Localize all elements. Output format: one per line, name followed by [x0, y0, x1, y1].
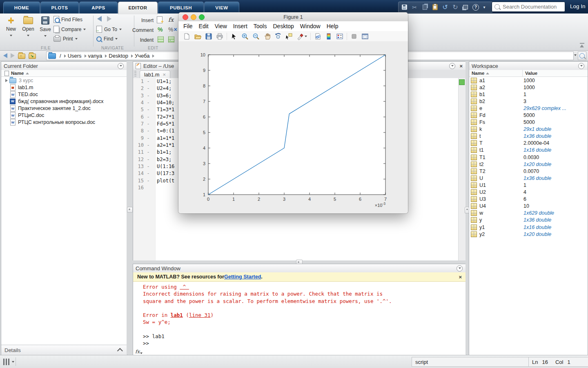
- figure-menu-item[interactable]: File: [183, 23, 193, 29]
- nav-back-button[interactable]: [97, 16, 102, 22]
- paste-icon[interactable]: [432, 4, 438, 11]
- new-button[interactable]: + New: [2, 15, 20, 44]
- code-health-indicator[interactable]: [459, 79, 465, 85]
- path-search-button[interactable]: [578, 52, 586, 60]
- workspace-variable-row[interactable]: b1 1: [469, 91, 588, 98]
- uncomment-button[interactable]: %×: [168, 26, 177, 33]
- workspace-variable-row[interactable]: T1 0.0030: [469, 154, 588, 161]
- quick-toolbar-caret-icon[interactable]: ▾: [483, 4, 486, 11]
- print-figure-icon[interactable]: [216, 32, 224, 40]
- command-window-menu-icon[interactable]: [457, 265, 463, 272]
- workspace-variable-row[interactable]: y2 1x20 double: [469, 231, 588, 238]
- workspace-variable-row[interactable]: y 1x36 double: [469, 217, 588, 224]
- insert-section-button[interactable]: +: [157, 16, 163, 23]
- horizontal-splitter[interactable]: [133, 260, 466, 264]
- workspace-variable-row[interactable]: U 1x36 double: [469, 175, 588, 182]
- file-row[interactable]: lab1.m: [1, 84, 127, 91]
- minimize-traffic-light[interactable]: [191, 14, 196, 20]
- nav-forward-button[interactable]: [107, 16, 111, 22]
- vertical-splitter-left[interactable]: [127, 61, 133, 355]
- copy-icon[interactable]: [421, 4, 428, 11]
- tab-plots[interactable]: PLOTS: [40, 2, 79, 14]
- workspace-variable-row[interactable]: Fd 5000: [469, 112, 588, 119]
- insert-legend-icon[interactable]: [336, 32, 344, 40]
- workspace-variable-row[interactable]: U2 4: [469, 189, 588, 196]
- editor-close-icon[interactable]: ×: [459, 63, 463, 69]
- indent-right-button[interactable]: →: [168, 36, 174, 43]
- file-row[interactable]: Практическое занятие 1_2.doc: [1, 105, 127, 112]
- workspace-variable-row[interactable]: w 1x629 double: [469, 210, 588, 217]
- save-button[interactable]: Save: [37, 15, 54, 44]
- workspace-variable-row[interactable]: a1 1000: [469, 77, 588, 84]
- workspace-variable-row[interactable]: y1 1x16 double: [469, 224, 588, 231]
- tab-apps[interactable]: APPS: [79, 2, 118, 14]
- history-forward-button[interactable]: [11, 53, 15, 58]
- error-line-link[interactable]: line 31: [189, 312, 211, 318]
- command-prompt[interactable]: >>: [143, 340, 462, 347]
- data-cursor-icon[interactable]: [285, 32, 293, 40]
- getting-started-link[interactable]: Getting Started: [224, 274, 261, 280]
- workspace-variable-row[interactable]: t1 1x16 double: [469, 147, 588, 154]
- compare-button[interactable]: Compare: [53, 26, 86, 33]
- rotate-3d-icon[interactable]: [274, 32, 282, 40]
- open-file-icon[interactable]: [194, 32, 202, 40]
- error-file-link[interactable]: lab1: [171, 312, 183, 318]
- file-row[interactable]: TED.doc: [1, 91, 127, 98]
- workspace-variable-row[interactable]: t2 1x20 double: [469, 161, 588, 168]
- search-input[interactable]: [502, 3, 560, 10]
- figure-menu-item[interactable]: Insert: [233, 23, 247, 29]
- help-icon[interactable]: ?: [472, 4, 479, 11]
- splitter-handle[interactable]: [127, 207, 133, 213]
- new-figure-icon[interactable]: [183, 32, 191, 40]
- breadcrumb-segment[interactable]: Desktop: [108, 53, 134, 59]
- find-button[interactable]: Find: [96, 36, 118, 42]
- breadcrumb-segment[interactable]: vanya: [87, 53, 108, 59]
- figure-menu-item[interactable]: Help: [327, 23, 339, 29]
- insert-fx-button[interactable]: fx: [168, 16, 174, 23]
- file-row[interactable]: РТЦиС.doc: [1, 112, 127, 119]
- file-row[interactable]: РТЦС контрольные вопросы.doc: [1, 119, 127, 126]
- dock-figure-icon[interactable]: [361, 32, 369, 40]
- editor-scrollbar[interactable]: [458, 78, 466, 261]
- undo-icon[interactable]: ↺: [442, 4, 448, 11]
- breadcrumb-segment[interactable]: Учеба: [134, 53, 156, 59]
- file-row[interactable]: бжд( справочная информация).docx: [1, 98, 127, 105]
- workspace-variable-row[interactable]: U3 6: [469, 196, 588, 203]
- workspace-column-headers[interactable]: Name Value: [469, 70, 588, 77]
- workspace-variable-row[interactable]: e 29x629 complex ...: [469, 105, 588, 112]
- file-row[interactable]: 3 курс: [1, 77, 127, 84]
- status-grip-icon[interactable]: [3, 359, 11, 365]
- workspace-menu-icon[interactable]: [578, 63, 584, 69]
- pan-hand-icon[interactable]: [263, 32, 271, 40]
- vertical-splitter-right[interactable]: [466, 61, 469, 355]
- workspace-variable-row[interactable]: Fs 5000: [469, 119, 588, 126]
- figure-menu-item[interactable]: Tools: [254, 23, 267, 29]
- save-icon[interactable]: [401, 4, 408, 11]
- current-folder-menu-icon[interactable]: [118, 63, 124, 69]
- new-window-icon[interactable]: [462, 4, 469, 11]
- workspace-variable-row[interactable]: U1 1: [469, 182, 588, 188]
- hide-plot-tools-icon[interactable]: [350, 32, 358, 40]
- editor-menu-icon[interactable]: [449, 63, 455, 69]
- figure-window[interactable]: Figure 1 FileEditViewInsertToolsDesktopW…: [178, 12, 408, 213]
- tab-home[interactable]: HOME: [3, 2, 40, 14]
- workspace-variable-row[interactable]: t 1x36 double: [469, 133, 588, 140]
- find-files-button[interactable]: Find Files: [53, 16, 82, 23]
- figure-menu-item[interactable]: Desktop: [273, 23, 294, 29]
- insert-colorbar-icon[interactable]: [325, 32, 333, 40]
- zoom-traffic-light[interactable]: [199, 14, 205, 20]
- login-button[interactable]: Log In: [570, 3, 586, 9]
- banner-close-icon[interactable]: ×: [459, 274, 462, 280]
- workspace-variable-row[interactable]: T2 0.0070: [469, 168, 588, 175]
- tab-editor[interactable]: EDITOR: [118, 2, 158, 14]
- close-traffic-light[interactable]: [183, 14, 188, 20]
- breadcrumb-segment[interactable]: /: [59, 53, 67, 59]
- expander-icon[interactable]: [5, 79, 8, 82]
- command-output[interactable]: Error using ^ Incorrect dimensions for r…: [143, 283, 462, 355]
- tab-close-icon[interactable]: ×: [163, 72, 166, 77]
- smart-indent-button[interactable]: [158, 36, 164, 43]
- comment-button[interactable]: %: [158, 26, 163, 33]
- breadcrumb-segment[interactable]: Users: [67, 53, 87, 59]
- browse-folder-icon[interactable]: ↘: [29, 53, 36, 59]
- zoom-out-icon[interactable]: [252, 32, 260, 40]
